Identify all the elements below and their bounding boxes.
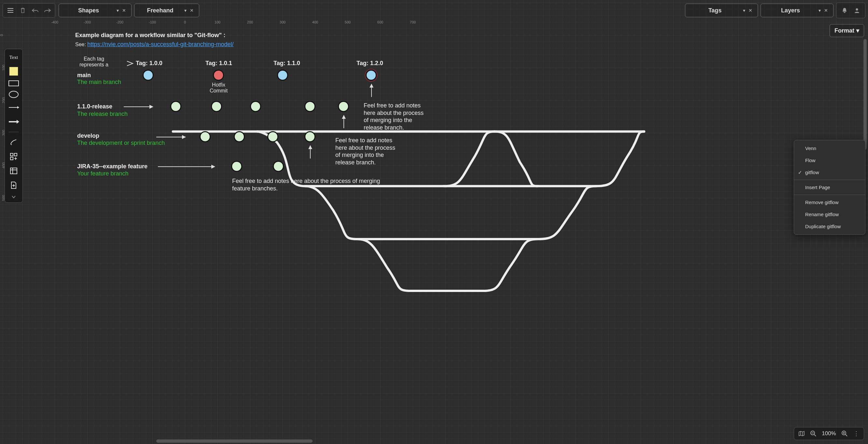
commit-develop-1[interactable] xyxy=(199,131,211,142)
commit-develop-3[interactable] xyxy=(267,131,278,142)
text-tool[interactable]: Text xyxy=(8,53,20,62)
branch-develop: develop xyxy=(77,132,99,139)
branch-release: 1.1.0-release xyxy=(77,103,112,110)
commit-main-1[interactable] xyxy=(143,70,154,81)
tag-1-2-0: Tag: 1.2.0 xyxy=(356,60,383,67)
branch-feature: JIRA-35--example feature xyxy=(77,163,148,170)
ruler-horizontal: -400 -300 -200 -100 0 100 200 300 400 50… xyxy=(0,20,868,25)
menu-remove-page[interactable]: Remove gitflow xyxy=(794,196,865,208)
arrow-thin-tool[interactable] xyxy=(8,102,20,112)
commit-develop-4[interactable] xyxy=(304,131,315,142)
tags-dropdown[interactable]: Tags ▾ ✕ xyxy=(685,4,758,17)
table-tool[interactable] xyxy=(8,166,20,176)
arrow-note-3 xyxy=(310,146,311,159)
tag-1-1-0: Tag: 1.1.0 xyxy=(274,60,300,67)
svg-rect-4 xyxy=(10,168,17,174)
note-release-1: Feel free to add notes here about the pr… xyxy=(364,102,429,131)
menu-item-gitflow[interactable]: gitflow xyxy=(794,166,865,179)
close-icon[interactable]: ✕ xyxy=(747,8,754,13)
layers-dropdown[interactable]: Layers ▾ ✕ xyxy=(761,4,834,17)
zoom-toolbar: 100% ⋮ xyxy=(794,427,864,440)
commit-main-2[interactable] xyxy=(277,70,288,81)
close-icon[interactable]: ✕ xyxy=(823,8,829,13)
bell-icon[interactable] xyxy=(838,4,851,17)
sticky-note-tool[interactable] xyxy=(9,67,18,76)
commit-main-3[interactable] xyxy=(366,70,377,81)
commit-release-4[interactable] xyxy=(304,101,315,112)
chevron-down-icon: ▾ xyxy=(182,8,188,13)
arrow-note-2 xyxy=(343,115,344,128)
close-icon[interactable]: ✕ xyxy=(121,8,127,13)
arrow-note-1 xyxy=(371,84,372,97)
arrow-release xyxy=(124,106,153,107)
chevron-down-icon: ▾ xyxy=(816,8,823,13)
more-icon[interactable]: ⋮ xyxy=(852,430,861,438)
tag-1-0-0: Tag: 1.0.0 xyxy=(136,60,162,67)
undo-icon[interactable] xyxy=(29,4,41,17)
format-button[interactable]: Format ▾ xyxy=(830,24,864,37)
map-icon[interactable] xyxy=(797,430,806,438)
chevron-down-icon: ▾ xyxy=(114,8,121,13)
chevron-down-icon: ▾ xyxy=(741,8,747,13)
svg-rect-3 xyxy=(10,157,13,160)
menu-item-flow[interactable]: Flow xyxy=(794,154,865,166)
arrow-feature xyxy=(158,166,215,167)
note-feature: Feel free to add notes here about the pr… xyxy=(232,178,389,192)
commit-release-3[interactable] xyxy=(250,101,261,112)
menu-rename-page[interactable]: Rename gitflow xyxy=(794,208,865,220)
pen-tool[interactable] xyxy=(8,137,20,147)
layers-label: Layers xyxy=(765,7,816,14)
tags-label: Tags xyxy=(689,7,741,14)
shapes-label: Shapes xyxy=(63,7,114,14)
rectangle-tool[interactable] xyxy=(8,81,19,86)
commit-release-2[interactable] xyxy=(211,101,222,112)
menu-divider xyxy=(794,195,865,195)
commit-feature-1[interactable] xyxy=(231,161,242,172)
redo-icon[interactable] xyxy=(41,4,54,17)
shapes-grid-tool[interactable] xyxy=(8,152,20,161)
zoom-level[interactable]: 100% xyxy=(821,430,837,437)
vertical-scrollbar[interactable] xyxy=(863,39,867,150)
branch-feature-desc: Your feature branch xyxy=(77,170,128,177)
commit-develop-2[interactable] xyxy=(234,131,245,142)
commit-release-1[interactable] xyxy=(170,101,181,112)
ellipse-tool[interactable] xyxy=(9,91,19,98)
branch-main: main xyxy=(77,72,91,79)
hamburger-icon[interactable] xyxy=(4,4,17,17)
freehand-dropdown[interactable]: Freehand ▾ ✕ xyxy=(134,4,199,17)
svg-rect-2 xyxy=(14,153,17,156)
new-page-tool[interactable] xyxy=(8,180,20,190)
menu-divider xyxy=(794,180,865,180)
commit-hotfix[interactable] xyxy=(213,70,224,81)
branch-release-desc: The release branch xyxy=(77,111,128,118)
hotfix-label: Hotfix Commit xyxy=(210,82,227,94)
zoom-in-icon[interactable] xyxy=(840,430,849,438)
tool-palette: Text xyxy=(5,49,23,203)
menu-item-venn[interactable]: Venn xyxy=(794,142,865,154)
user-icon[interactable] xyxy=(851,4,863,17)
chevron-down-icon: ▾ xyxy=(856,27,859,34)
reference-link[interactable]: https://nvie.com/posts/a-successful-git-… xyxy=(87,41,234,47)
diagram-see-line: See: https://nvie.com/posts/a-successful… xyxy=(75,41,234,48)
branch-develop-desc: The development or sprint branch xyxy=(77,140,165,147)
menu-insert-page[interactable]: Insert Page xyxy=(794,181,865,193)
more-tools-chevron[interactable] xyxy=(8,195,20,199)
horizontal-scrollbar[interactable] xyxy=(156,439,313,443)
page-context-menu: Venn Flow gitflow Insert Page Remove git… xyxy=(794,140,865,235)
diagram-title: Example diagram for a workflow similar t… xyxy=(75,32,225,39)
zoom-out-icon[interactable] xyxy=(809,430,817,438)
tag-note: Each tag represents a xyxy=(80,56,108,68)
trash-icon[interactable] xyxy=(17,4,29,17)
branch-main-desc: The main branch xyxy=(77,79,121,86)
commit-feature-2[interactable] xyxy=(273,161,284,172)
close-icon[interactable]: ✕ xyxy=(188,8,195,13)
format-label: Format xyxy=(834,27,854,34)
see-label: See: xyxy=(75,42,87,47)
shapes-dropdown[interactable]: Shapes ▾ ✕ xyxy=(59,4,131,17)
note-release-2: Feel free to add notes here about the pr… xyxy=(335,137,400,166)
commit-release-5[interactable] xyxy=(338,101,349,112)
menu-duplicate-page[interactable]: Duplicate gitflow xyxy=(794,220,865,232)
freehand-label: Freehand xyxy=(138,7,182,14)
tag-1-0-1: Tag: 1.0.1 xyxy=(206,60,232,67)
arrow-thick-tool[interactable] xyxy=(8,117,20,127)
